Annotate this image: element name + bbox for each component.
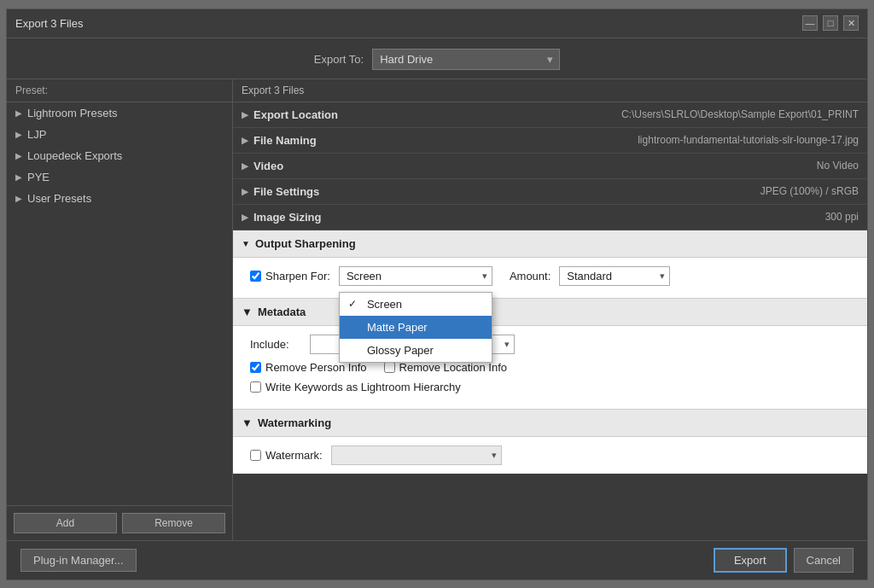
main-content: Preset: ▶ Lightroom Presets ▶ LJP ▶ Loup… [7,79,867,540]
export-to-label: Export To: [314,53,364,66]
dropdown-item-glossy-paper[interactable]: Glossy Paper [340,339,492,362]
sidebar-item-label: User Presets [27,192,91,205]
dropdown-item-screen[interactable]: ✓ Screen [340,293,492,316]
close-button[interactable]: ✕ [843,15,859,31]
arrow-icon: ▶ [242,187,248,196]
dropdown-item-label: Glossy Paper [367,344,434,357]
metadata-body: Include: Remove Person Info [233,326,867,409]
amount-select[interactable]: Standard Light High [559,266,670,286]
bottom-bar: Plug-in Manager... Export Cancel [7,540,867,579]
section-value: lightroom-fundamental-tutorials-slr-loun… [638,134,859,146]
sharpen-for-checkbox-label[interactable]: Sharpen For: [250,270,330,282]
arrow-icon: ▶ [242,212,248,222]
sidebar-item-label: Lightroom Presets [27,107,118,119]
sharpen-for-select-container: Screen Matte Paper Glossy Paper ✓ Screen [339,266,492,286]
title-bar-buttons: — □ ✕ [802,15,859,31]
maximize-button[interactable]: □ [823,15,838,31]
dropdown-item-label: Screen [367,298,402,311]
sharpen-dropdown-popup: ✓ Screen Matte Paper G [339,292,492,363]
sidebar-item-ljp[interactable]: ▶ LJP [7,124,232,145]
sharpen-for-label: Sharpen For: [265,270,330,282]
arrow-icon: ▶ [242,161,248,171]
section-label: Export Location [253,108,338,121]
expand-arrow-icon: ▼ [242,306,253,318]
remove-location-info-checkbox[interactable] [384,362,395,373]
plugin-manager-button[interactable]: Plug-in Manager... [20,549,137,572]
checkboxes-row-1: Remove Person Info Remove Location Info [250,361,850,374]
arrow-icon: ▶ [15,151,22,160]
sharpen-row: Sharpen For: Screen Matte Paper Glossy P… [250,266,850,286]
dropdown-item-matte-paper[interactable]: Matte Paper [340,316,492,339]
watermarking-header[interactable]: ▼ Watermarking [233,409,867,437]
watermarking-title: Watermarking [258,416,331,429]
section-value: C:\Users\SLRLO\Desktop\Sample Export\01_… [621,108,859,120]
section-export-location[interactable]: ▶ Export Location C:\Users\SLRLO\Desktop… [233,102,867,128]
bottom-right-buttons: Export Cancel [714,548,854,573]
arrow-icon: ▶ [15,194,22,203]
output-sharpening-title: Output Sharpening [255,237,356,250]
sidebar-item-pye[interactable]: ▶ PYE [7,166,232,188]
amount-label: Amount: [510,270,551,282]
arrow-icon: ▶ [242,136,248,145]
export-dialog: Export 3 Files — □ ✕ Export To: Hard Dri… [6,9,868,580]
sidebar-item-label: LJP [27,128,46,141]
title-bar: Export 3 Files — □ ✕ [7,9,867,38]
sidebar-item-lightroom-presets[interactable]: ▶ Lightroom Presets [7,102,232,124]
section-label: File Settings [253,185,319,198]
minimize-button[interactable]: — [802,15,818,31]
export-to-select-wrapper: Hard Drive [372,49,560,70]
export-to-select[interactable]: Hard Drive [372,49,560,70]
write-keywords-text: Write Keywords as Lightroom Hierarchy [265,381,461,393]
section-value: No Video [817,160,859,172]
sharpen-for-select[interactable]: Screen Matte Paper Glossy Paper [339,266,492,286]
watermark-checkbox[interactable] [250,450,261,461]
remove-location-info-text: Remove Location Info [399,361,507,374]
section-video[interactable]: ▶ Video No Video [233,154,867,179]
expand-arrow-icon: ▼ [242,416,253,429]
output-sharpening-header[interactable]: ▼ Output Sharpening [233,230,867,258]
arrow-icon: ▶ [242,110,248,119]
export-to-row: Export To: Hard Drive [7,38,867,79]
expand-arrow-icon: ▼ [242,239,250,248]
output-sharpening-body: Sharpen For: Screen Matte Paper Glossy P… [233,258,867,298]
write-keywords-checkbox[interactable] [250,381,261,393]
sidebar-item-loupedeck[interactable]: ▶ Loupedeck Exports [7,145,232,166]
section-file-settings[interactable]: ▶ File Settings JPEG (100%) / sRGB [233,179,867,205]
sidebar-header: Preset: [7,79,232,102]
watermark-label: Watermark: [265,449,323,462]
write-keywords-label[interactable]: Write Keywords as Lightroom Hierarchy [250,381,461,393]
watermarking-section: ▼ Watermarking Watermark: [233,409,867,474]
remove-location-info-label[interactable]: Remove Location Info [384,361,507,374]
sidebar-item-label: PYE [27,171,50,183]
section-image-sizing[interactable]: ▶ Image Sizing 300 ppi [233,205,867,230]
checkmark-icon: ✓ [348,298,360,310]
right-panel-content[interactable]: ▶ Export Location C:\Users\SLRLO\Desktop… [233,102,867,540]
section-value: 300 ppi [825,211,859,223]
remove-person-info-text: Remove Person Info [265,361,367,374]
remove-person-info-checkbox[interactable] [250,362,261,373]
output-sharpening-section: ▼ Output Sharpening Sharpen For: Screen [233,230,867,298]
section-value: JPEG (100%) / sRGB [760,185,859,197]
arrow-icon: ▶ [15,108,22,118]
sharpen-for-checkbox[interactable] [250,271,261,282]
sidebar-list: ▶ Lightroom Presets ▶ LJP ▶ Loupedeck Ex… [7,102,232,505]
export-button[interactable]: Export [714,548,787,573]
metadata-header[interactable]: ▼ Metadata [233,298,867,326]
sidebar: Preset: ▶ Lightroom Presets ▶ LJP ▶ Loup… [7,79,233,540]
checkboxes-row-2: Write Keywords as Lightroom Hierarchy [250,381,850,393]
include-label: Include: [250,338,301,351]
remove-person-info-label[interactable]: Remove Person Info [250,361,367,374]
watermark-checkbox-label[interactable]: Watermark: [250,449,323,462]
cancel-button[interactable]: Cancel [794,548,854,573]
amount-select-container: Standard Light High [559,266,670,286]
arrow-icon: ▶ [15,130,22,139]
watermarking-body: Watermark: [233,437,867,474]
sidebar-item-user-presets[interactable]: ▶ User Presets [7,188,232,209]
section-label: Image Sizing [253,211,321,224]
sidebar-bottom: Add Remove [7,505,232,540]
watermark-row: Watermark: [250,445,850,465]
section-label: Video [253,160,283,172]
section-file-naming[interactable]: ▶ File Naming lightroom-fundamental-tuto… [233,128,867,154]
remove-button[interactable]: Remove [122,513,225,533]
add-button[interactable]: Add [14,513,117,533]
